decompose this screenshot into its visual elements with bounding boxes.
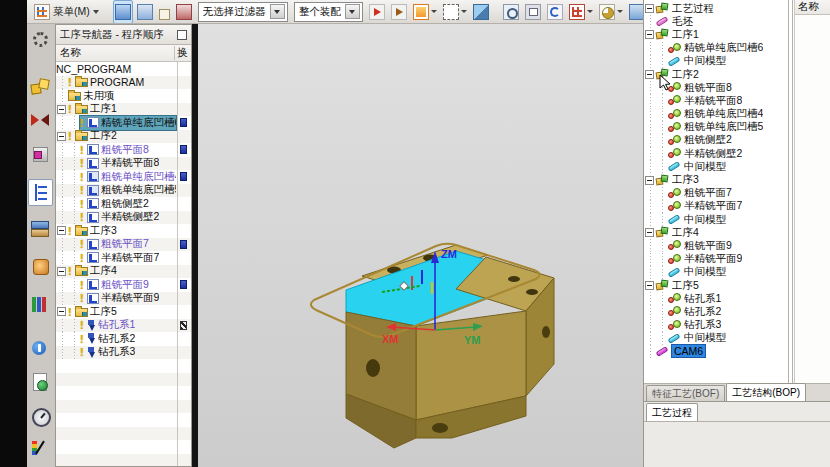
nav-tree-row[interactable]: NC_PROGRAM xyxy=(56,62,191,76)
collapse-expander-icon[interactable] xyxy=(57,307,66,316)
nav-tree-row[interactable]: 半精铣侧壁2 xyxy=(56,211,191,225)
operation-navigator-icon[interactable] xyxy=(28,179,53,206)
nav-tree-row[interactable]: 粗铣平面9 xyxy=(56,278,191,292)
bop-tree-row[interactable]: 粗铣单纯底凹槽5 xyxy=(644,121,787,134)
roles-palette-icon[interactable] xyxy=(30,438,51,459)
combo-arrow-icon[interactable] xyxy=(270,4,285,19)
graphics-window[interactable]: ZM XM YM xyxy=(198,24,643,467)
collapse-expander-icon[interactable] xyxy=(645,70,654,79)
bop-tree-row[interactable]: 工序2 xyxy=(644,68,787,81)
section-view-button[interactable] xyxy=(597,0,625,24)
bop-tree-row[interactable]: 工序5 xyxy=(644,279,787,292)
nav-tree-row[interactable]: 粗铣单纯底凹槽4 xyxy=(56,170,191,184)
nav-tree-row[interactable]: 钻孔系1 xyxy=(56,319,191,333)
nav-tree-row[interactable]: 工序4 xyxy=(56,265,191,279)
nav-tree-row[interactable]: 精铣单纯底凹槽6 xyxy=(56,116,191,130)
name-column-header[interactable]: 名称 xyxy=(56,46,174,60)
bop-tree-row[interactable]: 半精铣平面7 xyxy=(644,200,787,213)
nav-tree-row[interactable]: PROGRAM xyxy=(56,76,191,90)
snap-point-button[interactable] xyxy=(157,0,172,24)
library-icon[interactable] xyxy=(30,294,51,315)
collapse-expander-icon[interactable] xyxy=(57,267,66,276)
restore-window-button[interactable] xyxy=(523,0,543,24)
bop-tree-row[interactable]: 工艺过程 xyxy=(644,2,787,15)
bop-tree-row[interactable]: 中间模型 xyxy=(644,266,787,279)
view-orientation-button[interactable] xyxy=(627,0,643,24)
dropdown-arrow-icon[interactable] xyxy=(461,10,467,13)
bop-tree-row[interactable]: 精铣单纯底凹槽6 xyxy=(644,42,787,55)
selection-scope-combo[interactable]: 整个装配 xyxy=(294,2,363,22)
nav-tree-row[interactable]: 钻孔系3 xyxy=(56,346,191,360)
tab-process[interactable]: 工艺过程 xyxy=(646,403,698,421)
bop-tree-row[interactable]: 粗铣平面9 xyxy=(644,239,787,252)
add-favorite-button[interactable] xyxy=(411,0,439,24)
nav-tree-row[interactable]: 粗铣单纯底凹槽5 xyxy=(56,184,191,198)
select-related-button[interactable] xyxy=(135,0,155,24)
settings-gear-icon[interactable] xyxy=(30,29,51,50)
bop-tree-row[interactable]: 中间模型 xyxy=(644,160,787,173)
bop-tree-row[interactable]: 粗铣平面7 xyxy=(644,187,787,200)
bop-tree-row[interactable]: 工序4 xyxy=(644,226,787,239)
nav-tree-row[interactable]: 半精铣平面9 xyxy=(56,292,191,306)
selection-tool-button[interactable] xyxy=(174,0,194,24)
internet-explorer-icon[interactable] xyxy=(30,338,51,359)
combo-arrow-icon[interactable] xyxy=(345,4,360,19)
move-object-button[interactable] xyxy=(367,0,387,24)
bop-tree-row[interactable]: 半精铣平面9 xyxy=(644,253,787,266)
collapse-expander-icon[interactable] xyxy=(645,281,654,290)
assembly-navigator-icon[interactable] xyxy=(30,76,51,97)
constraint-navigator-icon[interactable] xyxy=(30,110,51,131)
zoom-window-button[interactable] xyxy=(501,0,521,24)
collapse-expander-icon[interactable] xyxy=(57,105,66,114)
nav-tree-row[interactable]: 半精铣平面7 xyxy=(56,251,191,265)
collapse-expander-icon[interactable] xyxy=(57,226,66,235)
dropdown-arrow-icon[interactable] xyxy=(587,10,593,13)
manufacturing-wizard-icon[interactable] xyxy=(30,256,51,277)
bop-tree-row[interactable]: 中间模型 xyxy=(644,55,787,68)
column-splitter[interactable] xyxy=(788,0,789,383)
nav-tree-row[interactable]: 未用项 xyxy=(56,89,191,103)
bop-tree-row[interactable]: 钻孔系2 xyxy=(644,305,787,318)
collapse-expander-icon[interactable] xyxy=(57,132,66,141)
dropdown-arrow-icon[interactable] xyxy=(617,10,623,13)
collapse-expander-icon[interactable] xyxy=(645,30,654,39)
nav-tree-row[interactable]: 粗铣侧壁2 xyxy=(56,197,191,211)
machining-feature-navigator-icon[interactable] xyxy=(30,218,51,239)
bop-tree-row[interactable]: 半精铣平面8 xyxy=(644,94,787,107)
nav-tree-row[interactable]: 粗铣平面8 xyxy=(56,143,191,157)
nav-tree-row[interactable]: 粗铣平面7 xyxy=(56,238,191,252)
nav-tree-row[interactable]: 半精铣平面8 xyxy=(56,157,191,171)
bop-tree-row[interactable]: 粗铣侧壁2 xyxy=(644,134,787,147)
selection-filter-combo[interactable]: 无选择过滤器 xyxy=(198,2,288,22)
bop-tree-row[interactable]: 粗铣单纯底凹槽4 xyxy=(644,108,787,121)
bop-tree-row[interactable]: 中间模型 xyxy=(644,332,787,345)
column-splitter[interactable] xyxy=(792,0,793,383)
tab-feature-process[interactable]: 特征工艺(BOF) xyxy=(646,385,725,401)
layout-grid-button[interactable] xyxy=(567,0,595,24)
orbit-button[interactable] xyxy=(545,0,565,24)
collapse-expander-icon[interactable] xyxy=(645,228,654,237)
history-icon[interactable] xyxy=(30,372,51,393)
nav-tree-row[interactable]: 工序5 xyxy=(56,305,191,319)
nav-tree-row[interactable]: 钻孔系2 xyxy=(56,332,191,346)
rect-select-button[interactable] xyxy=(441,0,469,24)
bop-tree-row[interactable]: 工序3 xyxy=(644,173,787,186)
nav-tree-row[interactable]: 工序2 xyxy=(56,130,191,144)
nav-tree-row[interactable]: 工序3 xyxy=(56,224,191,238)
rotate-object-button[interactable] xyxy=(389,0,409,24)
select-highlight-button[interactable] xyxy=(113,0,133,24)
bop-tree-row[interactable]: 半精铣侧壁2 xyxy=(644,147,787,160)
bop-tree-row[interactable]: 工序1 xyxy=(644,28,787,41)
system-clock-icon[interactable] xyxy=(30,406,51,427)
bop-tree-row[interactable]: CAM6 xyxy=(644,345,787,358)
collapse-expander-icon[interactable] xyxy=(645,4,654,13)
bop-tree-row[interactable]: 中间模型 xyxy=(644,213,787,226)
dropdown-arrow-icon[interactable] xyxy=(431,10,437,13)
bop-tree-row[interactable]: 毛坯 xyxy=(644,15,787,28)
name-column-header[interactable]: 名称 xyxy=(795,0,830,15)
restore-window-icon[interactable] xyxy=(177,30,187,40)
bop-tree-row[interactable]: 钻孔系1 xyxy=(644,292,787,305)
part-navigator-icon[interactable] xyxy=(30,144,51,165)
tool-change-column-header[interactable]: 换 xyxy=(174,46,191,60)
tab-process-structure[interactable]: 工艺结构(BOP) xyxy=(726,383,806,401)
